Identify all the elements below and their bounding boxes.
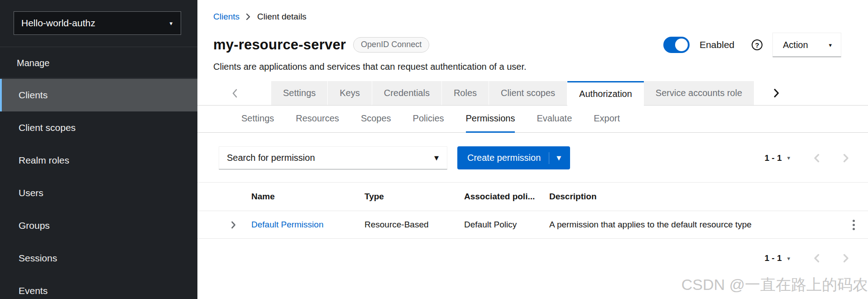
breadcrumb-current: Client details — [257, 12, 307, 22]
sidebar-item-label: Groups — [19, 220, 50, 231]
sidebar-item-clients[interactable]: Clients — [0, 79, 197, 111]
sidebar-divider — [0, 78, 197, 78]
nav-section-title: Manage — [17, 58, 49, 68]
page-subtitle: Clients are applications and services th… — [197, 57, 868, 72]
tab-label: Credentials — [384, 88, 430, 98]
subtab-export[interactable]: Export — [594, 106, 620, 133]
tab-label: Settings — [283, 88, 316, 98]
permission-name-link[interactable]: Default Permission — [251, 220, 323, 229]
sidebar-item-sessions[interactable]: Sessions — [0, 242, 197, 275]
tab-label: Service accounts role — [656, 88, 742, 98]
table-row: Default Permission Resource-Based Defaul… — [197, 211, 868, 239]
subtab-label: Permissions — [466, 113, 515, 124]
subtab-evaluate[interactable]: Evaluate — [537, 106, 572, 133]
permission-type-cell: Resource-Based — [364, 220, 464, 230]
create-permission-button[interactable]: Create permission ▼ — [457, 146, 570, 169]
sidebar-item-label: Realm roles — [19, 155, 69, 166]
tab-scroll-left-icon[interactable] — [197, 81, 271, 105]
sidebar-nav: Clients Client scopes Realm roles Users … — [0, 79, 197, 299]
pagination-range: 1 - 1 — [764, 253, 782, 263]
pagination-prev-icon[interactable] — [814, 154, 820, 163]
column-header-name: Name — [251, 192, 364, 202]
action-label: Action — [783, 40, 808, 50]
tab-settings[interactable]: Settings — [271, 81, 328, 105]
pagination-bottom: 1 - 1 ▾ — [764, 253, 849, 263]
enabled-toggle[interactable] — [663, 37, 690, 53]
tab-label: Authorization — [579, 89, 632, 99]
pagination-range: 1 - 1 — [764, 153, 782, 163]
action-dropdown-button[interactable]: Action ▾ — [772, 33, 841, 57]
pagination-bottom-wrap: 1 - 1 ▾ — [197, 253, 868, 263]
column-header-type: Type — [364, 192, 464, 202]
pagination-prev-icon[interactable] — [814, 254, 820, 263]
sidebar-item-label: Events — [19, 285, 48, 296]
subtab-label: Settings — [241, 113, 274, 124]
subtab-bar: Settings Resources Scopes Policies Permi… — [197, 106, 868, 133]
breadcrumb-clients-link[interactable]: Clients — [213, 12, 240, 22]
tab-label: Roles — [454, 88, 477, 98]
subtab-label: Scopes — [361, 113, 391, 124]
sidebar-item-label: Sessions — [19, 253, 57, 264]
sidebar-item-events[interactable]: Events — [0, 275, 197, 299]
protocol-badge: OpenID Connect — [353, 37, 429, 53]
button-divider — [549, 152, 549, 164]
tab-label: Keys — [340, 88, 360, 98]
pagination-options-icon[interactable]: ▾ — [787, 155, 790, 161]
chevron-down-icon: ▼ — [434, 155, 439, 161]
tab-roles[interactable]: Roles — [442, 81, 489, 105]
tab-authorization[interactable]: Authorization — [567, 81, 644, 106]
permission-description-cell: A permission that applies to the default… — [549, 220, 839, 230]
sidebar-divider — [0, 47, 197, 47]
pagination-next-icon[interactable] — [843, 254, 849, 263]
chevron-down-icon: ▾ — [829, 42, 832, 48]
sidebar-item-client-scopes[interactable]: Client scopes — [0, 111, 197, 144]
column-header-associated-policy: Associated poli... — [464, 192, 549, 202]
page-title: my-resource-server — [213, 37, 346, 53]
realm-selector-label: Hello-world-authz — [21, 18, 95, 29]
sidebar-item-groups[interactable]: Groups — [0, 209, 197, 242]
pagination-top: 1 - 1 ▾ — [764, 153, 849, 163]
chevron-down-icon: ▾ — [169, 20, 173, 26]
column-header-description: Description — [549, 192, 839, 202]
tab-service-accounts-roles[interactable]: Service accounts role — [644, 81, 754, 105]
main-content: Clients Client details my-resource-serve… — [197, 0, 868, 299]
subtab-settings[interactable]: Settings — [241, 106, 274, 133]
search-permission-select[interactable]: Search for permission ▼ — [219, 146, 447, 169]
table-header-row: Name Type Associated poli... Description — [197, 182, 868, 211]
sidebar-item-label: Users — [19, 188, 43, 198]
tab-scroll-right-icon[interactable] — [754, 81, 779, 105]
search-select-label: Search for permission — [227, 153, 315, 163]
permissions-toolbar: Search for permission ▼ Create permissio… — [197, 146, 868, 169]
pagination-next-icon[interactable] — [843, 154, 849, 163]
tab-client-scopes[interactable]: Client scopes — [489, 81, 567, 105]
subtab-policies[interactable]: Policies — [413, 106, 444, 133]
create-permission-label: Create permission — [467, 153, 541, 163]
permissions-table: Name Type Associated poli... Description… — [197, 182, 868, 239]
realm-selector[interactable]: Hello-world-authz ▾ — [14, 11, 181, 35]
enabled-label: Enabled — [700, 39, 734, 50]
tab-label: Client scopes — [501, 88, 555, 98]
help-icon[interactable]: ? — [752, 39, 762, 50]
subtab-label: Policies — [413, 113, 444, 124]
row-kebab-menu-icon[interactable] — [839, 220, 868, 230]
breadcrumb: Clients Client details — [197, 0, 868, 22]
subtab-label: Evaluate — [537, 113, 572, 124]
toggle-knob — [675, 39, 688, 51]
subtab-permissions[interactable]: Permissions — [466, 106, 515, 133]
sidebar-item-realm-roles[interactable]: Realm roles — [0, 144, 197, 177]
subtab-scopes[interactable]: Scopes — [361, 106, 391, 133]
chevron-down-icon: ▼ — [556, 155, 561, 161]
sidebar-item-label: Client scopes — [19, 122, 76, 133]
tab-credentials[interactable]: Credentials — [372, 81, 442, 105]
sidebar-item-users[interactable]: Users — [0, 177, 197, 209]
row-expand-icon[interactable] — [197, 221, 251, 229]
csdn-watermark: CSDN @一直在路上的码农 — [681, 275, 868, 295]
tab-keys[interactable]: Keys — [328, 81, 372, 105]
pagination-options-icon[interactable]: ▾ — [787, 256, 790, 261]
sidebar-item-label: Clients — [19, 90, 48, 101]
page-header: my-resource-server OpenID Connect Enable… — [197, 22, 868, 57]
breadcrumb-separator-icon — [246, 13, 251, 20]
tab-bar: Settings Keys Credentials Roles Client s… — [197, 81, 868, 106]
subtab-resources[interactable]: Resources — [296, 106, 339, 133]
sidebar: Hello-world-authz ▾ Manage Clients Clien… — [0, 0, 197, 299]
